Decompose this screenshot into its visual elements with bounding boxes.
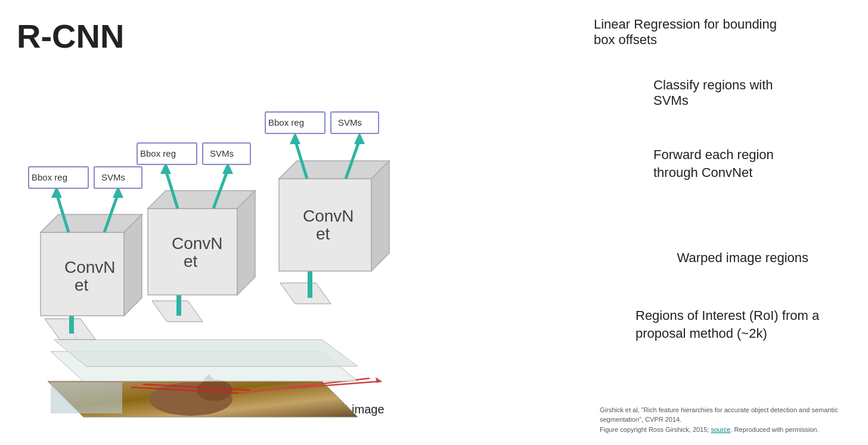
convnet-mid-label: ConvN [172,234,223,253]
convnet-right-label2: et [316,225,330,243]
convnet-right-side [371,161,389,271]
convnet-mid-top [148,191,255,209]
bbox-reg-right-label: Bbox reg [268,117,304,127]
convnet-left-label2: et [75,276,89,294]
svms-right-label: SVMs [338,117,362,127]
image-layer-2 [54,340,358,366]
svms-left-label: SVMs [101,172,125,182]
page-container: R-CNN Linear Regression for bounding box… [0,0,868,445]
citation-text1: Girshick et al, "Rich feature hierarchie… [600,406,838,424]
bbox-reg-left-label: Bbox reg [32,172,67,182]
convnet-mid-side [237,191,255,295]
citation-text3: . Reproduced with permission. [731,426,819,433]
convnet-right-top [279,161,389,179]
citation: Girshick et al, "Rich feature hierarchie… [600,405,850,435]
img-bg-left [51,382,122,413]
annotation-linear-regression: Linear Regression for bounding box offse… [594,17,796,48]
annotation-classify: Classify regions with SVMs [653,77,796,108]
citation-text2: Figure copyright Ross Girshick, 2015; [600,426,711,433]
convnet-right-label: ConvN [303,207,354,225]
svms-mid-label: SVMs [210,148,234,158]
warped-region-right [280,283,331,304]
horse-head [197,379,232,401]
annotation-forward: Forward each region through ConvNet [653,146,796,181]
convnet-left-label: ConvN [64,258,116,276]
convnet-left-side [124,214,142,316]
citation-link[interactable]: source [711,426,730,433]
convnet-mid-label2: et [184,252,198,270]
diagram-svg: ConvN et ConvN et ConvN et Bbox reg [12,48,459,429]
annotation-warped: Warped image regions [677,250,808,266]
annotation-roi: Regions of Interest (RoI) from a proposa… [636,307,820,342]
bbox-reg-mid-label: Bbox reg [140,148,176,158]
